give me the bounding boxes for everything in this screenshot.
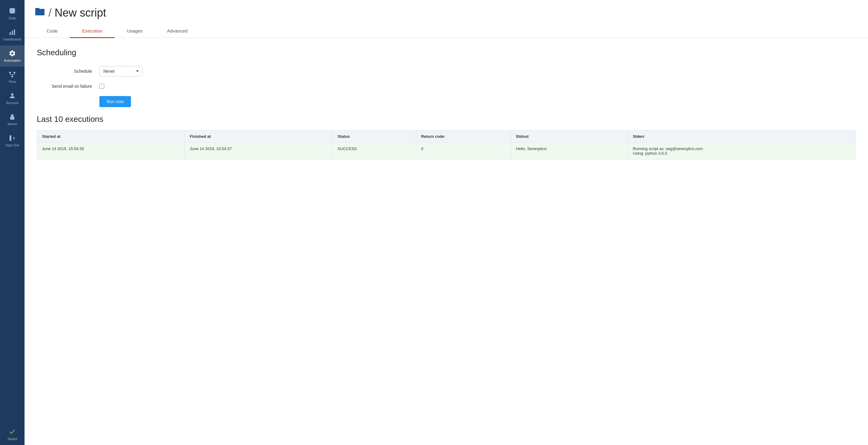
svg-rect-1 [9, 32, 11, 35]
header-row: Started at Finished at Status Return cod… [37, 130, 856, 143]
svg-rect-12 [10, 117, 14, 120]
page-header: / New script [25, 0, 868, 20]
main-content: / New script Code Execution Usages Advan… [25, 0, 868, 445]
saved-label: Saved [7, 437, 17, 441]
svg-rect-5 [13, 72, 16, 73]
executions-table: Started at Finished at Status Return cod… [37, 130, 856, 159]
svg-point-11 [11, 93, 13, 96]
sidebar-item-automation[interactable]: Automation [0, 46, 25, 67]
content-area: Scheduling Schedule Never Hourly Daily W… [25, 38, 868, 170]
col-status: Status [333, 130, 416, 143]
schedule-select[interactable]: Never Hourly Daily Weekly Monthly [99, 66, 142, 77]
col-started-at: Started at [37, 130, 185, 143]
sidebar-item-flow[interactable]: Flow [0, 67, 25, 88]
schedule-label: Schedule [37, 69, 92, 73]
sidebar-item-account[interactable]: Account [0, 88, 25, 109]
chart-icon [8, 29, 16, 36]
executions-table-header: Started at Finished at Status Return cod… [37, 130, 856, 143]
page-title: New script [55, 6, 106, 19]
sidebar-label-data: Data [8, 16, 16, 20]
folder-icon [34, 6, 45, 20]
person-icon [8, 92, 16, 99]
email-failure-label: Send email on failure [37, 84, 92, 89]
executions-title: Last 10 executions [37, 115, 856, 124]
cell-stdout: Hello, Serenytics! [511, 143, 628, 159]
sidebar-label-flow: Flow [8, 80, 16, 84]
breadcrumb-separator: / [49, 6, 52, 19]
tab-bar: Code Execution Usages Advanced [25, 25, 868, 38]
tab-execution[interactable]: Execution [70, 25, 115, 38]
email-failure-checkbox[interactable] [99, 84, 104, 89]
col-stderr: Stderr [628, 130, 856, 143]
database-icon [8, 7, 16, 15]
stderr-line2: Using: python 3.6.0 [633, 151, 667, 156]
run-now-button[interactable]: Run now [99, 96, 131, 107]
sidebar-label-automation: Automation [4, 59, 21, 62]
gear-icon [8, 50, 16, 57]
sidebar-item-admin[interactable]: Admin [0, 109, 25, 130]
col-stdout: Stdout [511, 130, 628, 143]
sidebar-label-admin: Admin [7, 122, 17, 126]
lock-icon [8, 113, 16, 121]
schedule-row: Schedule Never Hourly Daily Weekly Month… [37, 66, 856, 77]
svg-rect-3 [14, 29, 15, 35]
table-row: June 14 2019, 15:54:35 June 14 2019, 15:… [37, 143, 856, 159]
sidebar-item-dashboards[interactable]: Dashboards [0, 24, 25, 46]
sidebar-label-dashboards: Dashboards [3, 37, 21, 41]
col-finished-at: Finished at [185, 130, 333, 143]
sidebar-item-data[interactable]: Data [0, 3, 25, 24]
cell-return-code: 0 [416, 143, 511, 159]
run-now-row: Run now [99, 96, 856, 107]
email-failure-row: Send email on failure [37, 84, 856, 89]
svg-rect-6 [11, 76, 13, 77]
executions-table-body: June 14 2019, 15:54:35 June 14 2019, 15:… [37, 143, 856, 159]
svg-rect-4 [9, 72, 11, 73]
scheduling-title: Scheduling [37, 48, 856, 57]
tab-code[interactable]: Code [34, 25, 70, 38]
cell-started-at: June 14 2019, 15:54:35 [37, 143, 185, 159]
check-icon [8, 428, 16, 436]
saved-indicator: Saved [0, 424, 25, 445]
sidebar-label-account: Account [6, 101, 19, 105]
col-return-code: Return code [416, 130, 511, 143]
sidebar: Data Dashboards Automation Flow [0, 0, 25, 445]
stderr-line1: Running script as: seg@serenytics.com [633, 146, 703, 151]
cell-finished-at: June 14 2019, 15:54:37 [185, 143, 333, 159]
sidebar-item-signout[interactable]: Sign-Out [0, 130, 25, 151]
svg-rect-2 [12, 31, 13, 35]
cell-stderr: Running script as: seg@serenytics.com Us… [628, 143, 856, 159]
sidebar-label-signout: Sign-Out [5, 143, 19, 147]
flow-icon [8, 71, 16, 78]
tab-advanced[interactable]: Advanced [155, 25, 200, 38]
signout-icon [8, 135, 16, 142]
tab-usages[interactable]: Usages [115, 25, 155, 38]
cell-status: SUCCESS [333, 143, 416, 159]
